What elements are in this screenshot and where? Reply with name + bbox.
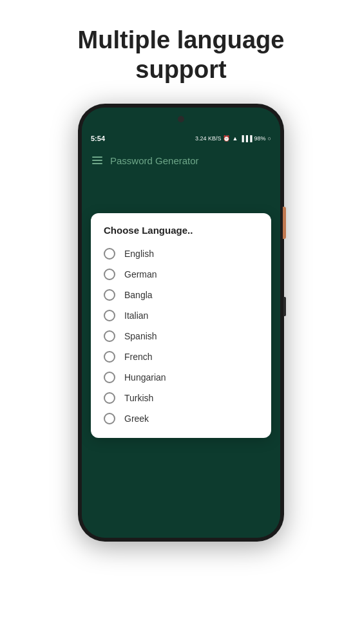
- page-title: Multiple languagesupport: [52, 26, 310, 84]
- language-option-french[interactable]: French: [104, 346, 258, 367]
- phone-frame: 5:54 3.24 KB/S ⏰ ▲ ▐▐▐ 98% ○ Password Ge…: [78, 104, 284, 542]
- language-option-hungarian[interactable]: Hungarian: [104, 367, 258, 388]
- phone-content: Choose Language.. English German Bangla: [82, 175, 280, 538]
- radio-hungarian[interactable]: [104, 372, 115, 383]
- app-bar: Password Generator: [82, 146, 280, 175]
- language-label-french: French: [124, 352, 153, 362]
- phone-mockup: 5:54 3.24 KB/S ⏰ ▲ ▐▐▐ 98% ○ Password Ge…: [78, 104, 284, 542]
- radio-bangla[interactable]: [104, 289, 115, 301]
- language-label-spanish: Spanish: [124, 331, 157, 341]
- battery-icon: ○: [268, 135, 271, 142]
- front-camera: [178, 116, 184, 122]
- language-option-bangla[interactable]: Bangla: [104, 285, 258, 305]
- radio-italian[interactable]: [104, 310, 115, 321]
- menu-icon[interactable]: [92, 156, 102, 164]
- language-option-spanish[interactable]: Spanish: [104, 326, 258, 346]
- language-dialog: Choose Language.. English German Bangla: [91, 213, 271, 438]
- language-label-turkish: Turkish: [124, 393, 153, 403]
- status-bar: 5:54 3.24 KB/S ⏰ ▲ ▐▐▐ 98% ○: [82, 131, 280, 146]
- phone-inner: 5:54 3.24 KB/S ⏰ ▲ ▐▐▐ 98% ○ Password Ge…: [82, 108, 280, 538]
- radio-turkish[interactable]: [104, 392, 115, 404]
- phone-notch: [82, 108, 280, 131]
- language-option-english[interactable]: English: [104, 243, 258, 264]
- language-option-turkish[interactable]: Turkish: [104, 388, 258, 408]
- radio-greek[interactable]: [104, 413, 115, 424]
- language-label-bangla: Bangla: [124, 290, 153, 300]
- language-label-greek: Greek: [124, 413, 149, 424]
- radio-german[interactable]: [104, 269, 115, 280]
- status-icons: 3.24 KB/S ⏰ ▲ ▐▐▐ 98% ○: [195, 135, 271, 142]
- wifi-icon: ▲: [232, 135, 238, 142]
- status-time: 5:54: [91, 135, 105, 142]
- language-option-greek[interactable]: Greek: [104, 408, 258, 429]
- language-label-german: German: [124, 269, 157, 279]
- power-button: [283, 297, 286, 316]
- network-speed: 3.24 KB/S: [195, 135, 222, 142]
- language-label-hungarian: Hungarian: [124, 372, 166, 383]
- alarm-icon: ⏰: [223, 135, 230, 142]
- language-label-english: English: [124, 249, 154, 259]
- signal-icon: ▐▐▐: [240, 135, 252, 142]
- volume-button: [283, 207, 286, 239]
- radio-spanish[interactable]: [104, 330, 115, 342]
- radio-english[interactable]: [104, 248, 115, 260]
- language-option-german[interactable]: German: [104, 264, 258, 285]
- radio-french[interactable]: [104, 351, 115, 363]
- dialog-title: Choose Language..: [104, 225, 258, 236]
- battery-percent: 98%: [254, 135, 266, 142]
- language-label-italian: Italian: [124, 310, 148, 321]
- language-option-italian[interactable]: Italian: [104, 305, 258, 326]
- app-bar-title: Password Generator: [110, 155, 199, 166]
